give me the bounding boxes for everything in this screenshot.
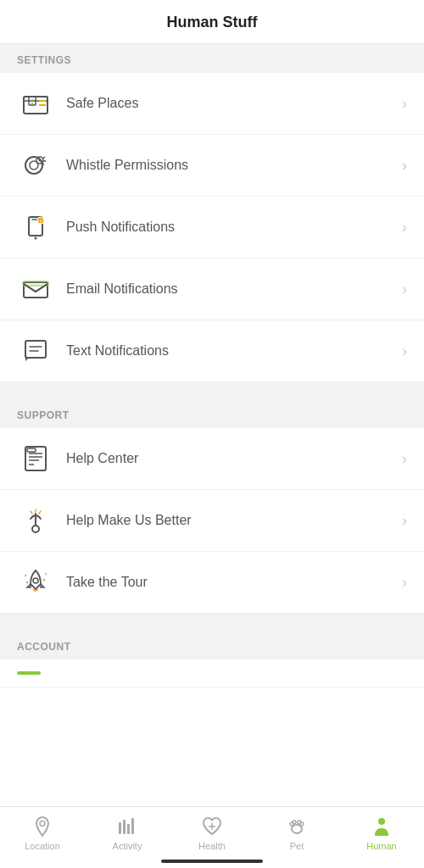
email-notifications-chevron: ›: [402, 281, 407, 298]
help-make-better-icon: [17, 502, 54, 539]
activity-icon: [116, 815, 138, 837]
take-tour-label: Take the Tour: [66, 575, 402, 590]
help-make-better-chevron: ›: [402, 512, 407, 530]
svg-point-37: [43, 579, 45, 581]
help-make-better-label: Help Make Us Better: [66, 513, 402, 528]
email-notifications-label: Email Notifications: [66, 281, 402, 297]
svg-rect-40: [119, 822, 121, 834]
tab-activity[interactable]: Activity: [98, 815, 157, 851]
svg-point-10: [39, 159, 42, 162]
safe-places-item[interactable]: Safe Places ›: [0, 73, 424, 135]
svg-point-30: [32, 526, 39, 532]
svg-rect-5: [31, 99, 33, 101]
svg-point-51: [378, 818, 385, 825]
text-notifications-icon: [17, 332, 54, 370]
tab-location-label: Location: [25, 841, 60, 851]
tab-human[interactable]: Human: [352, 815, 411, 851]
text-notifications-item[interactable]: Text Notifications ›: [0, 320, 424, 382]
svg-point-35: [25, 575, 26, 576]
svg-point-34: [33, 578, 38, 583]
help-center-label: Help Center: [66, 451, 402, 466]
svg-rect-43: [131, 818, 134, 834]
support-section-header: SUPPORT: [0, 399, 424, 428]
svg-point-49: [293, 821, 296, 824]
push-notifications-label: Push Notifications: [66, 220, 402, 235]
human-icon: [371, 815, 393, 837]
safe-places-label: Safe Places: [66, 96, 402, 111]
push-notifications-icon: !: [17, 209, 54, 246]
text-notifications-label: Text Notifications: [66, 343, 402, 359]
svg-line-11: [42, 157, 45, 159]
svg-point-39: [40, 821, 45, 826]
email-notifications-icon: [17, 270, 54, 308]
svg-rect-20: [23, 281, 48, 286]
safe-places-chevron: ›: [402, 95, 407, 113]
svg-line-31: [31, 511, 32, 514]
email-notifications-item[interactable]: Email Notifications ›: [0, 259, 424, 320]
whistle-permissions-icon: [17, 147, 54, 184]
push-notifications-item[interactable]: ! Push Notifications ›: [0, 197, 424, 259]
home-indicator: [161, 860, 263, 863]
help-center-chevron: ›: [402, 450, 407, 468]
tab-pet[interactable]: Pet: [267, 815, 326, 851]
svg-rect-21: [25, 341, 46, 358]
account-item: [0, 659, 424, 687]
tab-activity-label: Activity: [113, 841, 142, 851]
push-notifications-chevron: ›: [402, 219, 407, 236]
text-notifications-chevron: ›: [402, 342, 407, 360]
take-tour-icon: [17, 564, 54, 601]
svg-point-50: [298, 821, 301, 824]
tab-location[interactable]: Location: [13, 815, 72, 851]
tab-human-label: Human: [366, 841, 396, 851]
svg-point-46: [292, 825, 302, 833]
svg-point-36: [45, 573, 47, 575]
svg-rect-42: [127, 824, 130, 834]
whistle-permissions-label: Whistle Permissions: [66, 158, 402, 173]
pet-icon: [286, 815, 308, 837]
tab-health[interactable]: Health: [182, 815, 242, 851]
safe-places-icon: [17, 85, 54, 122]
svg-rect-41: [123, 820, 126, 834]
take-tour-chevron: ›: [402, 574, 407, 592]
svg-text:!: !: [40, 219, 42, 224]
whistle-permissions-item[interactable]: Whistle Permissions ›: [0, 135, 424, 197]
take-tour-item[interactable]: Take the Tour ›: [0, 552, 424, 614]
account-section-header: ACCOUNT: [0, 631, 424, 659]
help-center-icon: [17, 440, 54, 477]
svg-rect-6: [31, 103, 33, 104]
whistle-permissions-chevron: ›: [402, 157, 407, 175]
tab-health-label: Health: [198, 841, 226, 851]
page-title: Human Stuff: [0, 0, 424, 44]
health-icon: [201, 815, 223, 837]
help-center-item[interactable]: Help Center ›: [0, 428, 424, 490]
svg-line-33: [39, 511, 41, 514]
svg-point-15: [35, 237, 37, 240]
svg-rect-28: [27, 448, 36, 452]
tab-pet-label: Pet: [290, 841, 304, 851]
svg-point-38: [26, 581, 28, 583]
help-make-better-item[interactable]: Help Make Us Better ›: [0, 490, 424, 552]
location-icon: [31, 815, 53, 837]
settings-section-header: SETTINGS: [0, 44, 424, 73]
